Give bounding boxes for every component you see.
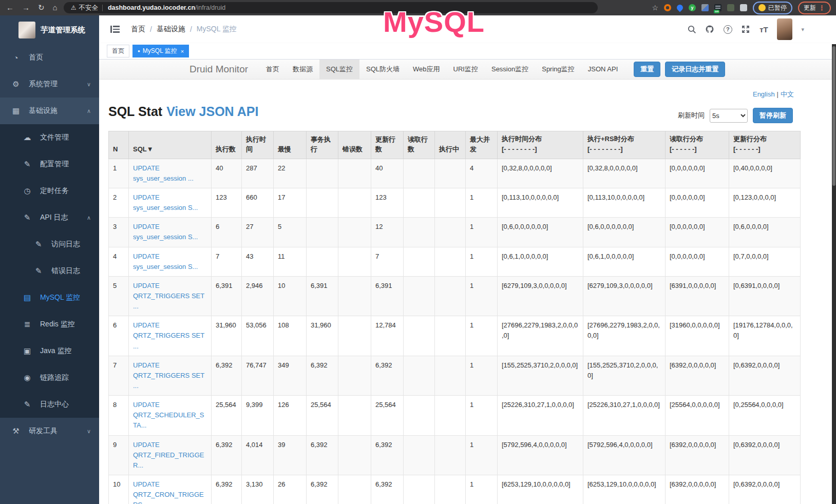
column-header[interactable]: 更新行分布[- - - - - -] [729, 131, 801, 159]
sidebar-item-edit[interactable]: ✎配置管理 [0, 151, 99, 178]
breadcrumb-infra[interactable]: 基础设施 [157, 25, 185, 34]
sql-link[interactable]: UPDATE QRTZ_FIRED_TRIGGER... [133, 441, 204, 469]
druid-nav-item[interactable]: Web应用 [406, 60, 447, 79]
log-and-reset-button[interactable]: 记录日志并重置 [665, 62, 725, 77]
extension-icon[interactable]: y [689, 4, 696, 11]
sidebar-item-log[interactable]: ✎API 日志∧ [0, 204, 99, 231]
sidebar-item-java-monitor[interactable]: ▣Java 监控 [0, 338, 99, 364]
column-header[interactable]: 最慢 [274, 131, 307, 159]
sidebar-item-toolbox[interactable]: ⚒研发工具∨ [0, 418, 99, 444]
table-cell: 11 [274, 247, 307, 276]
lang-english-link[interactable]: English [753, 90, 775, 98]
address-bar[interactable]: ⚠ 不安全 dashboard.yudao.iocoder.cn/infra/d… [64, 2, 598, 13]
fullscreen-icon[interactable] [741, 25, 750, 34]
sidebar-item-gear[interactable]: ⚙系统管理∨ [0, 71, 99, 98]
sql-link[interactable]: UPDATE QRTZ_TRIGGERS SET ... [133, 282, 204, 310]
pause-refresh-button[interactable]: 暂停刷新 [753, 108, 793, 123]
sidebar-item-trace[interactable]: ◉链路追踪 [0, 364, 99, 391]
table-cell: 10 [274, 276, 307, 316]
extension-icon[interactable] [664, 4, 671, 11]
column-header-label: 事务执行 [311, 135, 331, 153]
row-number-cell: 7 [109, 356, 129, 395]
table-cell: 1 [466, 316, 498, 356]
sidebar-item-mysql-monitor[interactable]: ▤MySQL 监控 [0, 284, 99, 311]
extension-icon[interactable]: on [714, 4, 721, 11]
column-header[interactable]: 事务执行 [307, 131, 338, 159]
breadcrumb-home[interactable]: 首页 [131, 25, 145, 34]
lang-chinese-link[interactable]: 中文 [781, 90, 794, 98]
tab-mysql-monitor[interactable]: ● MySQL 监控 × [132, 45, 189, 57]
page-scrollbar[interactable] [832, 44, 836, 504]
sql-link[interactable]: UPDATE QRTZ_SCHEDULER_STA... [133, 401, 204, 429]
sidebar-item-infra[interactable]: ▦基础设施∧ [0, 98, 99, 124]
druid-nav-item[interactable]: 数据源 [286, 60, 319, 79]
column-header[interactable]: 读取行数 [404, 131, 435, 159]
column-header[interactable]: 最大并发 [466, 131, 498, 159]
druid-nav-item[interactable]: 首页 [259, 60, 286, 79]
table-cell: UPDATE QRTZ_CRON_TRIGGERS... [129, 475, 212, 504]
sql-link[interactable]: UPDATE sys_user_session ... [133, 164, 194, 182]
sidebar-item-log[interactable]: ✎访问日志 [0, 231, 99, 258]
druid-nav-item[interactable]: Session监控 [485, 60, 535, 79]
browser-menu-icon[interactable]: ⋮ [819, 4, 825, 12]
user-avatar[interactable] [777, 18, 792, 40]
sidebar-item-redis[interactable]: ≣Redis 监控 [0, 311, 99, 338]
extension-icon[interactable] [727, 4, 734, 11]
log-center-icon: ✎ [22, 400, 33, 409]
view-json-api-link[interactable]: View JSON API [166, 104, 258, 119]
app-logo[interactable]: 芋道管理系统 [0, 15, 99, 44]
sidebar-item-log-center[interactable]: ✎日志中心 [0, 391, 99, 418]
column-header[interactable]: 读取行分布[- - - - - -] [666, 131, 729, 159]
search-icon[interactable] [687, 25, 696, 34]
profile-paused-chip[interactable]: 已暂停 [753, 2, 792, 14]
back-icon[interactable]: ← [6, 0, 14, 15]
extensions-puzzle-icon[interactable] [740, 4, 747, 11]
sql-link[interactable]: UPDATE QRTZ_TRIGGERS SET ... [133, 361, 204, 390]
sidebar-item-dashboard[interactable]: ◔首页 [0, 44, 99, 71]
github-icon[interactable] [705, 25, 714, 34]
font-size-icon[interactable]: тT [759, 25, 768, 34]
column-header[interactable]: N [109, 131, 129, 159]
druid-nav-item[interactable]: JSON API [581, 60, 625, 79]
table-cell [435, 276, 466, 316]
druid-nav-item[interactable]: Spring监控 [535, 60, 581, 79]
sidebar-collapse-icon[interactable] [110, 26, 120, 33]
bookmark-star-icon[interactable]: ☆ [652, 4, 658, 12]
home-icon[interactable]: ⌂ [53, 0, 58, 15]
reset-button[interactable]: 重置 [634, 62, 660, 77]
sql-link[interactable]: UPDATE sys_user_session S... [133, 193, 198, 211]
druid-nav-item[interactable]: URI监控 [447, 60, 485, 79]
refresh-interval-select[interactable]: 5s [710, 109, 748, 123]
table-cell: 108 [274, 316, 307, 356]
sql-link[interactable]: UPDATE QRTZ_TRIGGERS SET ... [133, 321, 204, 350]
table-cell [338, 435, 371, 475]
druid-nav-item[interactable]: SQL监控 [319, 60, 359, 79]
column-header[interactable]: 执行时间 [242, 131, 274, 159]
sidebar-item-cloud-upload[interactable]: ☁文件管理 [0, 124, 99, 151]
extension-icon[interactable] [701, 4, 709, 11]
column-header[interactable]: 错误数 [338, 131, 371, 159]
security-label[interactable]: 不安全 [79, 4, 98, 12]
sidebar-item-log[interactable]: ✎错误日志 [0, 258, 99, 284]
sidebar-item-timer[interactable]: ◷定时任务 [0, 178, 99, 204]
column-header[interactable]: 执行数 [212, 131, 242, 159]
forward-icon[interactable]: → [22, 0, 30, 15]
reload-icon[interactable]: ↻ [38, 0, 45, 15]
sql-link[interactable]: UPDATE sys_user_session S... [133, 253, 198, 270]
chrome-update-chip[interactable]: 更新 ⋮ [798, 2, 831, 14]
sql-link[interactable]: UPDATE QRTZ_CRON_TRIGGERS... [133, 480, 204, 504]
column-header[interactable]: SQL▼ [129, 131, 212, 159]
column-header[interactable]: 执行+RS时分布[- - - - - - - -] [583, 131, 666, 159]
page-title: SQL StatView JSON API [108, 104, 258, 119]
druid-nav-item[interactable]: SQL防火墙 [359, 60, 406, 79]
sql-link[interactable]: UPDATE sys_user_session S... [133, 223, 198, 241]
pin-extension-icon[interactable] [676, 4, 685, 12]
column-header[interactable]: 执行时间分布[- - - - - - - -] [498, 131, 583, 159]
column-header[interactable]: 更新行数 [371, 131, 404, 159]
scrollbar-thumb[interactable] [832, 46, 835, 186]
help-icon[interactable]: ? [723, 25, 732, 34]
column-header[interactable]: 执行中 [435, 131, 466, 159]
tab-home[interactable]: 首页 [107, 45, 129, 57]
close-icon[interactable]: × [181, 48, 184, 54]
caret-down-icon[interactable]: ▾ [801, 26, 804, 33]
